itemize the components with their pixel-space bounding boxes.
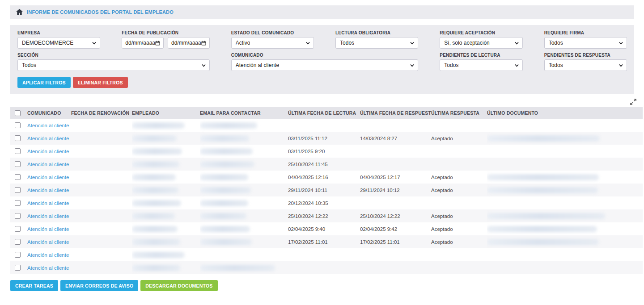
pendientes-lectura-select[interactable]: Todos	[440, 59, 522, 71]
comunicados-table: COMUNICADOFECHA DE RENOVACIÓNEMPLEADOEMA…	[10, 107, 643, 274]
ultima-respuesta-cell: Aceptado	[431, 184, 487, 196]
requiere-aceptacion-label: REQUIERE ACEPTACIÓN	[440, 30, 522, 35]
ultima-fecha-lectura-cell: 04/04/2025 12:16	[288, 171, 360, 184]
column-header[interactable]: ÚLTIMA FECHA DE LECTURA	[288, 107, 360, 119]
column-header[interactable]: EMAIL PARA CONTACTAR	[200, 107, 288, 119]
redacted-email	[200, 265, 275, 271]
redacted-empleado	[132, 226, 178, 232]
column-header[interactable]: EMPLEADO	[132, 107, 200, 119]
redacted-empleado	[132, 252, 185, 258]
row-checkbox[interactable]	[15, 252, 21, 258]
comunicado-link[interactable]: Atención al cliente	[27, 149, 69, 154]
requiere-aceptacion-select[interactable]: Sí, solo aceptación	[440, 37, 522, 49]
column-header[interactable]: ÚLTIMA FECHA DE RESPUESTA	[360, 107, 431, 119]
row-checkbox[interactable]	[15, 122, 21, 128]
ultima-fecha-lectura-cell: 03/11/2025 9:20	[288, 145, 360, 158]
aplicar-filtros-button[interactable]: APLICAR FILTROS	[17, 77, 71, 88]
seccion-select[interactable]: Todos	[17, 59, 210, 71]
redacted-empleado	[132, 213, 175, 219]
redacted-documento	[487, 187, 598, 193]
row-checkbox[interactable]	[15, 200, 21, 206]
comunicado-link[interactable]: Atención al cliente	[27, 252, 69, 258]
ultima-fecha-respuesta-cell	[360, 119, 431, 132]
comunicado-select[interactable]: Atención al cliente	[231, 59, 419, 71]
table-row: Atención al cliente 20/12/2024 10:35	[10, 196, 643, 209]
fecha-renovacion-cell	[71, 184, 132, 196]
column-header[interactable]: COMUNICADO	[27, 107, 71, 119]
comunicado-link[interactable]: Atención al cliente	[27, 188, 69, 193]
comunicado-cell: Atención al cliente	[27, 132, 71, 145]
ultima-fecha-lectura-cell: 02/04/2025 9:40	[288, 222, 360, 235]
table-row: Atención al cliente 03/11/2025 11:12 14/…	[10, 132, 643, 145]
comunicado-link[interactable]: Atención al cliente	[27, 201, 69, 206]
row-checkbox[interactable]	[15, 239, 21, 245]
table-header-row: COMUNICADOFECHA DE RENOVACIÓNEMPLEADOEMA…	[10, 107, 643, 119]
checkbox-cell	[10, 132, 27, 145]
comunicado-cell: Atención al cliente	[27, 261, 71, 274]
requiere-firma-select[interactable]: Todos	[544, 37, 627, 49]
chevron-down-icon	[410, 63, 415, 68]
lectura-obligatoria-select[interactable]: Todos	[335, 37, 418, 49]
estado-comunicado-select[interactable]: Activo	[231, 37, 314, 49]
empleado-cell	[132, 171, 200, 184]
pendientes-respuesta-select[interactable]: Todos	[544, 59, 627, 71]
documento-cell	[487, 222, 643, 235]
empresa-select[interactable]: DEMOECOMMERCE	[17, 37, 100, 49]
fecha-desde-input[interactable]: dd/mm/aaaa	[122, 37, 164, 49]
row-checkbox[interactable]	[15, 135, 21, 141]
redacted-empleado	[132, 265, 180, 271]
eliminar-filtros-button[interactable]: ELIMINAR FILTROS	[73, 77, 128, 88]
fecha-renovacion-cell	[71, 196, 132, 209]
redacted-email	[200, 135, 249, 142]
comunicado-link[interactable]: Atención al cliente	[27, 136, 69, 141]
comunicado-link[interactable]: Atención al cliente	[27, 123, 69, 128]
row-checkbox[interactable]	[15, 148, 21, 154]
expand-table-button[interactable]	[628, 97, 638, 107]
column-header[interactable]: ÚLTIMO DOCUMENTO	[487, 107, 643, 119]
enviar-correos-de-aviso-button[interactable]: ENVIAR CORREOS DE AVISO	[60, 280, 138, 291]
requiere-firma-label: REQUIERE FIRMA	[544, 30, 627, 35]
redacted-email	[200, 122, 257, 129]
email-cell	[200, 171, 288, 184]
crear-tareas-button[interactable]: CREAR TAREAS	[10, 280, 58, 291]
checkbox-cell	[10, 222, 27, 235]
empleado-cell	[132, 145, 200, 158]
redacted-empleado	[132, 200, 181, 206]
documento-cell	[487, 119, 643, 132]
redacted-empleado	[132, 161, 179, 167]
ultima-fecha-lectura-cell: 25/10/2024 12:22	[288, 209, 360, 222]
descargar-documentos-button[interactable]: DESCARGAR DOCUMENTOS	[140, 280, 217, 291]
row-checkbox[interactable]	[15, 226, 21, 232]
row-checkbox[interactable]	[15, 174, 21, 180]
fecha-hasta-input[interactable]: dd/mm/aaaa	[168, 37, 210, 49]
comunicado-link[interactable]: Atención al cliente	[27, 265, 69, 271]
comunicado-link[interactable]: Atención al cliente	[27, 162, 69, 167]
row-checkbox[interactable]	[15, 213, 21, 219]
ultima-respuesta-cell: Aceptado	[431, 222, 487, 235]
ultima-respuesta-cell	[431, 248, 487, 261]
comunicado-link[interactable]: Atención al cliente	[27, 175, 69, 180]
redacted-documento	[487, 174, 599, 180]
row-checkbox[interactable]	[15, 265, 21, 271]
comunicado-link[interactable]: Atención al cliente	[27, 226, 69, 232]
ultima-fecha-lectura-cell	[288, 261, 360, 274]
chevron-down-icon	[514, 63, 519, 68]
column-header[interactable]: FECHA DE RENOVACIÓN	[71, 107, 132, 119]
filter-lectura-obligatoria: LECTURA OBLIGATORIA Todos	[335, 30, 418, 49]
table-row: Atención al cliente	[10, 261, 643, 274]
redacted-email	[200, 187, 251, 193]
documento-cell	[487, 158, 643, 171]
row-checkbox[interactable]	[15, 161, 21, 167]
calendar-icon[interactable]	[155, 41, 160, 46]
column-header[interactable]: ÚLTIMA RESPUESTA	[431, 107, 487, 119]
comunicado-link[interactable]: Atención al cliente	[27, 213, 69, 219]
email-cell	[200, 235, 288, 248]
email-cell	[200, 222, 288, 235]
ultima-respuesta-cell	[431, 145, 487, 158]
calendar-icon[interactable]	[201, 41, 206, 46]
checkbox-cell	[10, 209, 27, 222]
email-cell	[200, 132, 288, 145]
select-all-checkbox[interactable]	[15, 110, 21, 116]
comunicado-link[interactable]: Atención al cliente	[27, 239, 69, 245]
row-checkbox[interactable]	[15, 187, 21, 193]
